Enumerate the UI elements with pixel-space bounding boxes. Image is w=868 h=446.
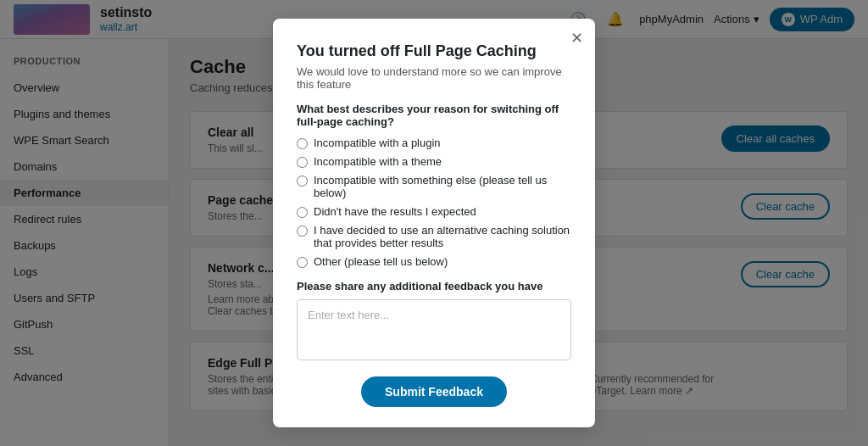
modal-title: You turned off Full Page Caching bbox=[297, 42, 571, 60]
radio-option-6: Other (please tell us below) bbox=[297, 255, 571, 268]
radio-incompatible-theme[interactable] bbox=[297, 157, 308, 168]
radio-incompatible-other[interactable] bbox=[297, 176, 308, 187]
radio-alternative-solution[interactable] bbox=[297, 226, 308, 237]
background: setinsto wallz.art 🕑 🔔 phpMyAdmin Action… bbox=[0, 0, 868, 446]
modal-question: What best describes your reason for swit… bbox=[297, 103, 571, 128]
modal-subtitle: We would love to understand more so we c… bbox=[297, 65, 571, 91]
radio-option-2: Incompatible with a theme bbox=[297, 155, 571, 168]
radio-label-6[interactable]: Other (please tell us below) bbox=[314, 255, 448, 268]
feedback-textarea[interactable] bbox=[297, 299, 571, 360]
feedback-label: Please share any additional feedback you… bbox=[297, 280, 571, 293]
radio-option-5: I have decided to use an alternative cac… bbox=[297, 224, 571, 249]
radio-incompatible-plugin[interactable] bbox=[297, 138, 308, 149]
modal-overlay: ✕ You turned off Full Page Caching We wo… bbox=[0, 0, 868, 446]
radio-label-4[interactable]: Didn't have the results I expected bbox=[314, 205, 476, 218]
radio-option-1: Incompatible with a plugin bbox=[297, 137, 571, 149]
modal-close-button[interactable]: ✕ bbox=[570, 31, 583, 46]
radio-option-4: Didn't have the results I expected bbox=[297, 205, 571, 218]
radio-group: Incompatible with a plugin Incompatible … bbox=[297, 137, 571, 268]
radio-label-1[interactable]: Incompatible with a plugin bbox=[314, 137, 441, 149]
radio-label-5[interactable]: I have decided to use an alternative cac… bbox=[314, 224, 571, 249]
modal: ✕ You turned off Full Page Caching We wo… bbox=[273, 19, 595, 427]
radio-other[interactable] bbox=[297, 257, 308, 268]
radio-label-2[interactable]: Incompatible with a theme bbox=[314, 155, 442, 168]
submit-feedback-button[interactable]: Submit Feedback bbox=[361, 376, 507, 407]
radio-option-3: Incompatible with something else (please… bbox=[297, 174, 571, 199]
radio-no-results[interactable] bbox=[297, 207, 308, 218]
radio-label-3[interactable]: Incompatible with something else (please… bbox=[314, 174, 571, 199]
